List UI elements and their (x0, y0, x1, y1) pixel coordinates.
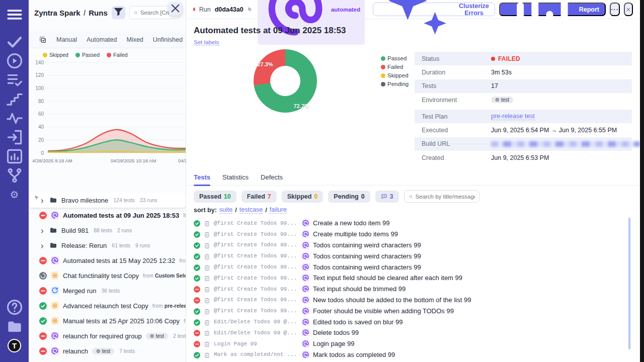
gear-icon[interactable]: ⚙ (5, 185, 24, 204)
chip-label: Skipped (287, 193, 312, 200)
tab-unfinished[interactable]: Unfinished (153, 36, 183, 43)
test-title: Delete todos 99 (313, 329, 359, 336)
tests-search-input[interactable] (416, 194, 475, 200)
test-row[interactable]: Mark as completed/not ...Mark todos as c… (194, 349, 626, 360)
run-folder-row[interactable]: Bravo milestone124 tests33 runs (29, 193, 186, 208)
run-row[interactable]: Chat functinality test Copyfrom Custom S… (29, 268, 186, 283)
mixed-icon (51, 317, 59, 325)
run-meta: 88 tests (94, 227, 112, 233)
test-title: Mark todos as completed 99 (313, 351, 395, 358)
test-row[interactable]: Edit/Delete Todos 99 @...Delete todos 99 (194, 327, 626, 338)
project-name[interactable]: Zyntra Spark (34, 9, 80, 17)
Failed-filter-chip[interactable]: Failed7 (242, 191, 277, 203)
donut-passed-label: 72.7% (293, 103, 309, 109)
sort-separator: / (265, 207, 267, 214)
run-row[interactable]: Manual tests at 25 Apr 2025 10:06 Copyfr… (29, 313, 186, 328)
svg-text:40: 40 (38, 124, 44, 130)
play-circle-icon[interactable] (5, 51, 24, 70)
menu-icon[interactable] (5, 5, 24, 24)
steps-icon[interactable] (5, 89, 24, 109)
build-url-redacted[interactable] (491, 141, 640, 147)
test-row[interactable]: @first Create Todos 99...Text input fiel… (194, 273, 626, 284)
set-labels-link[interactable]: Set labels (194, 39, 219, 46)
panel-close-button[interactable] (169, 3, 182, 16)
chevron-right-icon[interactable] (39, 242, 45, 248)
tab-manual[interactable]: Manual (56, 36, 77, 43)
test-row[interactable]: @first Create Todos 99...Footer should b… (194, 305, 626, 316)
legend-dot (43, 53, 47, 57)
help-icon[interactable] (5, 298, 24, 317)
bar-chart-icon[interactable] (5, 147, 24, 166)
list-check-icon[interactable] (5, 70, 24, 89)
tab-mixed[interactable]: Mixed (126, 36, 143, 43)
test-title: Todos containing weird characters 99 (313, 252, 421, 260)
run-from: from pre-re (183, 212, 186, 218)
sort-by-failure[interactable]: failure (270, 206, 287, 214)
filter-button[interactable] (112, 6, 125, 19)
check-icon[interactable] (5, 32, 24, 51)
sort-by-testcase[interactable]: testcase (239, 206, 263, 214)
tab-statistics[interactable]: Statistics (222, 173, 249, 186)
run-detail-tabs: TestsStatisticsDefects (194, 173, 632, 186)
branch-icon[interactable] (5, 166, 24, 185)
comments-filter-chip[interactable]: 3 (375, 191, 399, 203)
status-failed-icon (39, 287, 47, 295)
report-button[interactable]: Report (499, 3, 606, 16)
page-title: Runs (89, 9, 108, 17)
run-row[interactable]: Automated tests at 15 May 2025 12:32from… (29, 253, 186, 268)
detail-label: Executed (422, 127, 491, 134)
Skipped-filter-chip[interactable]: Skipped0 (282, 191, 324, 203)
test-row[interactable]: @first Create Todos 99...Todos containin… (194, 250, 626, 261)
Pending-filter-chip[interactable]: Pending0 (328, 191, 370, 203)
run-folder-row[interactable]: Release: Rerun61 tests9 runs (29, 238, 186, 253)
sort-by-suite[interactable]: suite (219, 206, 232, 214)
test-row[interactable]: Edit/Delete Todos 99 @...Edited todo is … (194, 316, 626, 327)
copy-icon[interactable] (248, 6, 252, 13)
test-row[interactable]: @first Create Todos 99...Create multiple… (194, 229, 626, 240)
test-suite: @first Create Todos 99... (214, 275, 298, 281)
detail-row-status: StatusFAILED (415, 52, 632, 65)
run-row[interactable]: Automated tests at 09 Jun 2025 18:53from… (29, 208, 186, 223)
test-row[interactable]: @first Create Todos 99...Create a new to… (194, 218, 626, 229)
bubble-icon (381, 193, 387, 200)
sign-in-icon[interactable] (5, 128, 24, 147)
Passed-filter-chip[interactable]: Passed10 (194, 191, 236, 203)
status-failed-icon (39, 332, 47, 340)
folders-icon[interactable] (5, 317, 24, 336)
breadcrumb: Zyntra Spark / Runs (34, 9, 108, 17)
test-row[interactable]: @first Create Todos 99...Text input shou… (194, 284, 626, 295)
test-row[interactable]: Login Page 99Login page 99 (194, 338, 626, 349)
close-run-button[interactable] (624, 3, 633, 16)
clusterize-errors-button[interactable]: Clusterize Errors (373, 3, 495, 16)
chevron-right-icon[interactable] (39, 227, 45, 233)
tab-automated[interactable]: Automated (87, 36, 117, 43)
detail-value: ⚙test (491, 97, 513, 103)
results-donut-chart: 27.3% 72.7% (254, 49, 317, 113)
legend-passed: Passed (75, 52, 100, 58)
sort-row: sort by:suite/testcase/failure (194, 206, 287, 214)
pulse-icon[interactable] (5, 109, 24, 128)
tests-scrollbar[interactable] (628, 218, 630, 349)
chevron-right-icon[interactable] (39, 197, 45, 203)
test-row[interactable]: @first Create Todos 99...Todos containin… (194, 240, 626, 251)
more-button[interactable]: ··· (610, 3, 620, 16)
run-row[interactable]: Advanced relaunch test Copyfrom pre-rele… (29, 298, 186, 313)
clipboard-icon (204, 231, 210, 237)
select-runs-icon[interactable] (39, 36, 47, 44)
tab-tests[interactable]: Tests (194, 173, 210, 186)
test-plan-link[interactable]: pre-release test (491, 113, 535, 120)
test-row[interactable]: @first Create Todos 99...New todos shoul… (194, 295, 626, 306)
test-suite: Edit/Delete Todos 99 @... (214, 319, 298, 325)
status-failed-icon (194, 286, 200, 292)
trend-legend: SkippedPassedFailed (43, 52, 128, 58)
run-row[interactable]: relaunch⚙test7 tests (29, 343, 186, 358)
automated-badge[interactable]: automated (258, 0, 365, 45)
run-row[interactable]: relaunch for required group⚙test2 tests (29, 328, 186, 343)
tests-search[interactable] (404, 190, 479, 203)
test-row[interactable]: @first Create Todos 99...Todos containin… (194, 261, 626, 273)
run-folder-row[interactable]: Build 98188 tests2 runs (29, 223, 186, 238)
run-row[interactable]: Merged run36 tests (29, 283, 186, 298)
app-logo[interactable]: T (5, 336, 24, 355)
tab-defects[interactable]: Defects (261, 173, 283, 186)
detail-label: Created (422, 154, 491, 161)
